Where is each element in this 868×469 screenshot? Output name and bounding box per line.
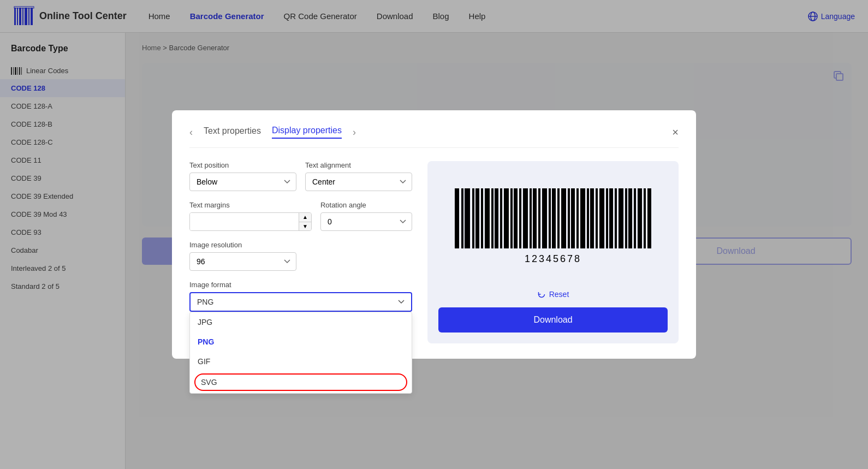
svg-rect-55	[495, 188, 498, 248]
form-group-rotation-angle: Rotation angle 090180270	[320, 201, 412, 231]
svg-rect-75	[590, 188, 594, 248]
svg-rect-59	[514, 188, 518, 248]
format-select-wrapper: PNG JPG PNG GIF SVG	[189, 292, 412, 312]
rotation-angle-select[interactable]: 090180270	[320, 212, 412, 231]
barcode-preview-area: 12345678	[433, 172, 673, 281]
svg-rect-52	[481, 188, 483, 248]
form-group-image-format: Image format PNG JPG PNG GIF	[189, 281, 412, 312]
modal-download-button[interactable]: Download	[438, 307, 668, 333]
modal-preview: 12345678 Reset Download	[427, 161, 679, 343]
svg-rect-53	[485, 188, 490, 248]
svg-rect-67	[552, 188, 556, 248]
svg-rect-47	[455, 188, 459, 248]
form-group-image-resolution: Image resolution 96150300	[189, 241, 296, 271]
svg-rect-48	[461, 188, 463, 248]
format-option-png[interactable]: PNG	[190, 332, 412, 352]
svg-rect-84	[634, 188, 636, 248]
svg-rect-60	[519, 188, 521, 248]
svg-rect-62	[530, 188, 532, 248]
svg-rect-79	[609, 188, 613, 248]
svg-rect-54	[491, 188, 494, 248]
format-select-value: PNG	[197, 298, 213, 306]
form-group-text-margins: Text margins 1 ▲ ▼	[189, 201, 312, 231]
svg-rect-58	[510, 188, 513, 248]
text-margins-label: Text margins	[189, 201, 312, 209]
modal-close-button[interactable]: ×	[672, 126, 679, 139]
text-margins-input[interactable]: 1	[190, 213, 299, 230]
svg-rect-50	[472, 188, 474, 248]
svg-rect-80	[615, 188, 617, 248]
form-group-text-position: Text position BelowAboveNone	[189, 161, 296, 191]
svg-rect-65	[542, 188, 547, 248]
svg-rect-61	[523, 188, 528, 248]
modal-next-arrow[interactable]: ›	[353, 127, 356, 138]
barcode-preview-svg: 12345678	[444, 183, 662, 270]
text-margins-down[interactable]: ▼	[299, 222, 311, 231]
svg-rect-74	[587, 188, 589, 248]
svg-rect-49	[465, 188, 470, 248]
format-option-gif[interactable]: GIF	[190, 352, 412, 371]
svg-rect-56	[500, 188, 502, 248]
svg-rect-64	[538, 188, 540, 248]
reset-icon	[537, 290, 546, 299]
form-row-2: Text margins 1 ▲ ▼ Rotation angle 090180…	[189, 201, 412, 231]
svg-rect-81	[619, 188, 623, 248]
tab-display-properties[interactable]: Display properties	[272, 126, 342, 139]
text-position-label: Text position	[189, 161, 296, 169]
modal: ‹ Text properties Display properties › ×…	[172, 110, 696, 359]
svg-rect-85	[638, 188, 642, 248]
svg-rect-70	[568, 188, 570, 248]
modal-form: Text position BelowAboveNone Text alignm…	[189, 161, 412, 343]
format-dropdown: JPG PNG GIF SVG	[189, 312, 412, 394]
svg-rect-86	[644, 188, 646, 248]
reset-label: Reset	[549, 290, 569, 299]
svg-rect-82	[625, 188, 627, 248]
text-alignment-select[interactable]: CenterLeftRight	[305, 173, 412, 191]
rotation-angle-label: Rotation angle	[320, 201, 412, 209]
svg-rect-71	[571, 188, 575, 248]
modal-prev-arrow[interactable]: ‹	[189, 127, 193, 138]
svg-rect-73	[580, 188, 585, 248]
svg-rect-69	[561, 188, 566, 248]
svg-rect-57	[504, 188, 509, 248]
text-margins-spinner: 1 ▲ ▼	[189, 212, 312, 231]
modal-overlay[interactable]: ‹ Text properties Display properties › ×…	[0, 0, 868, 469]
svg-text:12345678: 12345678	[525, 253, 581, 264]
modal-body: Text position BelowAboveNone Text alignm…	[189, 161, 679, 343]
format-option-jpg[interactable]: JPG	[190, 312, 412, 332]
format-select-button[interactable]: PNG	[189, 292, 412, 312]
svg-rect-51	[475, 188, 479, 248]
svg-rect-77	[599, 188, 604, 248]
image-format-label: Image format	[189, 281, 412, 289]
svg-rect-68	[557, 188, 560, 248]
form-group-text-alignment: Text alignment CenterLeftRight	[305, 161, 412, 191]
text-margins-up[interactable]: ▲	[299, 213, 311, 222]
svg-rect-83	[628, 188, 632, 248]
text-position-select[interactable]: BelowAboveNone	[189, 173, 296, 191]
reset-button[interactable]: Reset	[537, 290, 569, 299]
format-option-svg[interactable]: SVG	[194, 373, 407, 391]
svg-rect-87	[647, 188, 651, 248]
modal-header: ‹ Text properties Display properties › ×	[189, 126, 679, 148]
svg-rect-63	[533, 188, 537, 248]
svg-rect-76	[596, 188, 598, 248]
chevron-down-icon	[398, 300, 405, 304]
svg-rect-78	[606, 188, 608, 248]
image-resolution-select[interactable]: 96150300	[189, 252, 296, 271]
form-row-resolution: Image resolution 96150300	[189, 241, 412, 271]
svg-rect-72	[576, 188, 579, 248]
form-row-1: Text position BelowAboveNone Text alignm…	[189, 161, 412, 191]
tab-text-properties[interactable]: Text properties	[204, 126, 261, 138]
svg-rect-66	[549, 188, 551, 248]
text-alignment-label: Text alignment	[305, 161, 412, 169]
image-resolution-label: Image resolution	[189, 241, 296, 249]
